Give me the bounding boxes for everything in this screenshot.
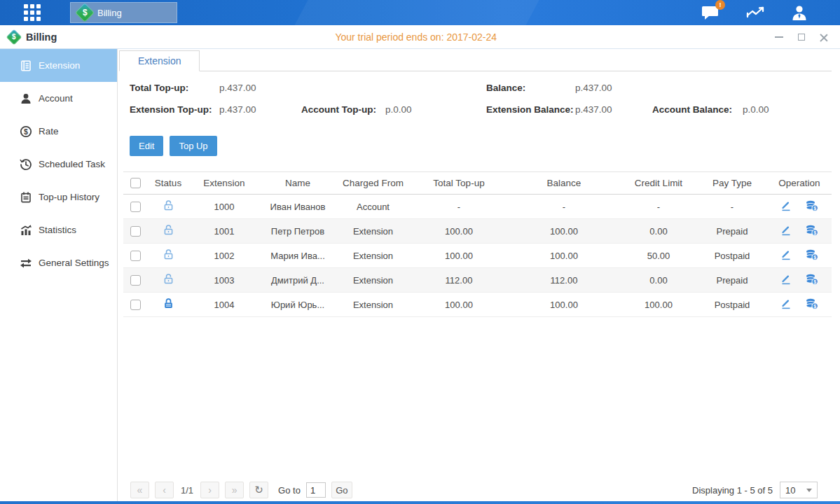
lock-open-icon[interactable] <box>163 273 174 285</box>
sidebar-item-label: Top-up History <box>39 192 99 202</box>
cell-pay-type: Postpaid <box>697 293 767 317</box>
chevron-down-icon <box>806 489 812 492</box>
cell-pay-type: Postpaid <box>697 244 767 268</box>
lock-open-icon[interactable] <box>163 224 174 236</box>
goto-label: Go to <box>278 485 301 496</box>
sidebar-item-rate[interactable]: $ Rate <box>0 115 117 148</box>
taskbar-billing-tab[interactable]: $ Billing <box>70 2 177 23</box>
extension-balance-value: p.437.00 <box>575 104 612 115</box>
lock-closed-icon[interactable] <box>163 298 174 309</box>
sidebar-item-label: Account <box>39 93 73 104</box>
table-row[interactable]: 1000 Иван Иванов Account - - - - $ <box>123 195 832 219</box>
cell-charged-from: Extension <box>336 244 410 268</box>
window-title: Billing <box>26 31 57 43</box>
goto-page-input[interactable] <box>306 482 326 498</box>
top-up-row-icon[interactable]: $ <box>806 274 818 285</box>
tab-extension[interactable]: Extension <box>119 50 200 71</box>
extension-table: Status Extension Name Charged From Total… <box>123 172 832 317</box>
svg-text:$: $ <box>813 205 816 211</box>
row-checkbox[interactable] <box>130 300 141 310</box>
prev-page-button[interactable]: ‹ <box>155 482 174 498</box>
billing-app-icon: $ <box>75 3 95 22</box>
desktop-taskbar: $ Billing ! <box>0 0 840 25</box>
taskbar-tab-label: Billing <box>97 8 122 18</box>
cell-name: Дмитрий Д... <box>259 268 336 293</box>
table-row[interactable]: 1001 Петр Петров Extension 100.00 100.00… <box>123 219 832 244</box>
sidebar-item-statistics[interactable]: Statistics <box>0 214 117 246</box>
sidebar-item-topup-history[interactable]: Top-up History <box>0 181 117 214</box>
cell-total-topup: - <box>410 195 508 219</box>
page-indicator: 1/1 <box>181 485 193 496</box>
bar-chart-icon <box>20 224 32 237</box>
table-header-row: Status Extension Name Charged From Total… <box>123 172 832 195</box>
apps-grid-icon[interactable] <box>24 4 41 21</box>
edit-row-icon[interactable] <box>780 274 792 285</box>
row-checkbox[interactable] <box>130 251 141 261</box>
cell-name: Иван Иванов <box>259 195 336 219</box>
cell-extension: 1001 <box>189 219 259 244</box>
messages-icon[interactable]: ! <box>701 5 719 20</box>
col-total-topup: Total Top-up <box>410 172 508 195</box>
cell-balance: 100.00 <box>508 219 620 244</box>
sidebar-item-general-settings[interactable]: General Settings <box>0 246 117 279</box>
person-icon <box>20 92 32 105</box>
maximize-button[interactable] <box>797 32 806 42</box>
user-account-icon[interactable] <box>791 5 808 21</box>
cell-pay-type: Prepaid <box>697 219 767 244</box>
cell-pay-type: - <box>697 195 767 219</box>
col-pay-type: Pay Type <box>697 172 767 195</box>
sidebar-item-account[interactable]: Account <box>0 82 117 115</box>
displaying-text: Displaying 1 - 5 of 5 <box>692 485 773 496</box>
row-checkbox[interactable] <box>130 226 141 237</box>
table-row[interactable]: 1003 Дмитрий Д... Extension 112.00 112.0… <box>123 268 832 293</box>
edit-button[interactable]: Edit <box>130 136 163 156</box>
lock-open-icon[interactable] <box>163 200 174 211</box>
top-up-row-icon[interactable]: $ <box>806 200 818 211</box>
col-balance: Balance <box>508 172 620 195</box>
cell-extension: 1003 <box>189 268 259 293</box>
main-content: Extension Total Top-up: p.437.00 Balance… <box>118 49 840 501</box>
account-topup-label: Account Top-up: <box>301 104 376 115</box>
sidebar-item-label: General Settings <box>39 258 109 268</box>
extension-topup-label: Extension Top-up: <box>130 104 212 115</box>
edit-row-icon[interactable] <box>780 225 792 236</box>
edit-row-icon[interactable] <box>780 200 792 211</box>
close-button[interactable] <box>819 32 829 42</box>
pagination-bar: « ‹ 1/1 › » ↻ Go to Go Displaying 1 - 5 … <box>130 481 818 499</box>
table-row[interactable]: 1002 Мария Ива... Extension 100.00 100.0… <box>123 244 832 268</box>
cell-charged-from: Account <box>336 195 410 219</box>
cell-pay-type: Prepaid <box>697 268 767 293</box>
svg-text:$: $ <box>24 127 28 135</box>
cell-extension: 1002 <box>189 244 259 268</box>
row-checkbox[interactable] <box>130 202 141 212</box>
resource-monitor-icon[interactable] <box>746 5 764 20</box>
last-page-button[interactable]: » <box>225 482 244 498</box>
cell-total-topup: 100.00 <box>410 293 508 317</box>
refresh-icon[interactable]: ↻ <box>249 482 268 498</box>
cell-credit-limit: - <box>620 195 697 219</box>
tab-bar: Extension <box>119 50 832 71</box>
top-up-row-icon[interactable]: $ <box>806 249 818 260</box>
cell-credit-limit: 100.00 <box>620 293 697 317</box>
select-all-checkbox[interactable] <box>130 178 141 188</box>
sidebar-item-scheduled-task[interactable]: Scheduled Task <box>0 148 117 181</box>
row-checkbox[interactable] <box>130 275 141 286</box>
cell-credit-limit: 0.00 <box>620 219 697 244</box>
edit-row-icon[interactable] <box>780 298 792 309</box>
go-button[interactable]: Go <box>331 482 352 498</box>
window-bottom-border <box>0 501 840 504</box>
sidebar-item-extension[interactable]: Extension <box>0 49 117 82</box>
cell-credit-limit: 0.00 <box>620 268 697 293</box>
edit-row-icon[interactable] <box>780 249 792 260</box>
sidebar-item-label: Statistics <box>39 225 76 235</box>
minimize-button[interactable] <box>774 32 784 42</box>
top-up-row-icon[interactable]: $ <box>806 298 818 309</box>
top-up-row-icon[interactable]: $ <box>806 225 818 236</box>
next-page-button[interactable]: › <box>200 482 219 498</box>
lock-open-icon[interactable] <box>163 248 174 260</box>
page-size-dropdown[interactable]: 10 <box>780 482 818 498</box>
first-page-button[interactable]: « <box>130 482 149 498</box>
cell-charged-from: Extension <box>336 219 410 244</box>
top-up-button[interactable]: Top Up <box>170 136 216 156</box>
table-row[interactable]: 1004 Юрий Юрь... Extension 100.00 100.00… <box>123 293 832 317</box>
